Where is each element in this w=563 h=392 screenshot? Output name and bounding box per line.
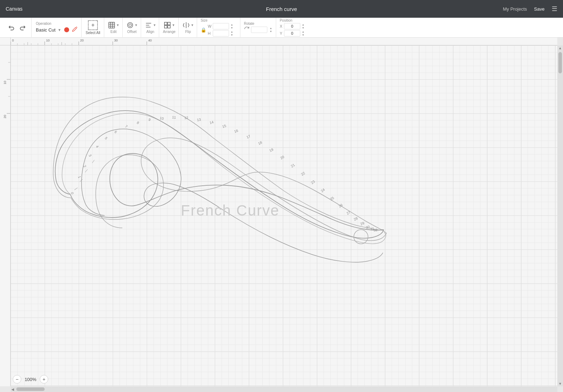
size-height-field: H ▲ ▼ [208, 30, 234, 37]
svg-text:21: 21 [290, 163, 296, 168]
position-y-prefix: Y [280, 31, 283, 35]
app-title: Canvas [6, 6, 22, 12]
scroll-up-arrow[interactable]: ▲ [558, 45, 563, 51]
zoom-controls: − 100% + [13, 375, 48, 383]
zoom-minus-button[interactable]: − [13, 375, 21, 383]
size-width-field: W ▲ ▼ [208, 23, 234, 29]
rotate-up[interactable]: ▲ [269, 27, 273, 30]
zoom-plus-button[interactable]: + [40, 375, 48, 383]
svg-text:3: 3 [88, 154, 93, 158]
operation-select[interactable]: Basic Cut ▼ [36, 26, 78, 33]
french-curve-container[interactable]: 0 1 2 3 4 5 6 7 8 [50, 77, 390, 277]
rotate-down[interactable]: ▼ [269, 30, 273, 33]
svg-text:20: 20 [280, 155, 285, 160]
canvas-grid[interactable]: 0 1 2 3 4 5 6 7 8 [11, 45, 557, 386]
scrollbar-bottom[interactable]: ◀ [11, 386, 557, 392]
svg-text:8: 8 [136, 121, 140, 125]
select-all-icon: + [88, 20, 98, 30]
align-icon: ▼ [145, 21, 156, 29]
align-section[interactable]: ▼ Align [142, 18, 160, 37]
scrollbar-right[interactable]: ▲ ▼ [557, 45, 563, 386]
svg-text:25: 25 [329, 196, 335, 201]
svg-text:32: 32 [373, 228, 378, 232]
svg-text:28: 28 [353, 216, 358, 222]
offset-section[interactable]: ▼ Offset [123, 18, 141, 37]
svg-text:40: 40 [148, 39, 152, 42]
save-button[interactable]: Save [534, 6, 545, 12]
svg-rect-11 [165, 22, 167, 25]
svg-text:14: 14 [209, 120, 214, 125]
size-h-input[interactable] [213, 30, 229, 37]
undo-button[interactable] [7, 23, 16, 32]
position-x-input[interactable] [284, 23, 300, 29]
ruler-top: 0 10 20 30 40 [11, 38, 557, 45]
svg-text:20: 20 [80, 39, 84, 42]
position-y-input[interactable] [284, 30, 300, 37]
scroll-thumb-horizontal[interactable] [16, 387, 45, 391]
size-section: Size 🔒 W ▲ ▼ H ▲ ▼ [198, 18, 240, 37]
flip-section[interactable]: ▼ Flip [179, 18, 197, 37]
canvas-area[interactable]: 0 10 20 30 40 10 20 [0, 38, 563, 392]
top-bar: Canvas French curve My Projects Save ☰ [0, 0, 563, 18]
align-label: Align [146, 30, 154, 34]
rotate-spinners: ▲ ▼ [269, 27, 273, 33]
arrange-section[interactable]: ▼ Arrange [160, 18, 179, 37]
svg-text:10: 10 [160, 116, 165, 121]
align-arrow: ▼ [153, 23, 156, 27]
size-w-input[interactable] [213, 23, 229, 29]
flip-icon: ▼ [182, 21, 194, 29]
select-all-section[interactable]: + Select All [82, 18, 104, 37]
operation-label: Operation [36, 22, 51, 26]
svg-text:18: 18 [257, 140, 263, 146]
operation-dropdown-arrow: ▼ [58, 28, 61, 32]
size-h-prefix: H [208, 31, 212, 35]
svg-rect-12 [168, 22, 170, 25]
position-x-down[interactable]: ▼ [301, 26, 305, 29]
svg-text:24: 24 [320, 187, 326, 193]
size-w-down[interactable]: ▼ [230, 26, 234, 29]
svg-point-42 [354, 230, 368, 244]
svg-point-7 [129, 24, 131, 26]
arrange-label: Arrange [163, 30, 175, 34]
operation-value: Basic Cut [36, 27, 56, 33]
size-h-down[interactable]: ▼ [230, 33, 234, 37]
offset-label: Offset [127, 30, 137, 34]
svg-text:29: 29 [360, 221, 365, 226]
offset-icon: ▼ [126, 21, 138, 29]
scroll-left-arrow[interactable]: ◀ [11, 387, 15, 392]
scroll-thumb-vertical[interactable] [558, 52, 562, 73]
svg-text:17: 17 [246, 134, 251, 139]
svg-text:26: 26 [338, 203, 344, 208]
toolbar: Operation Basic Cut ▼ + Select All ▼ Edi… [0, 18, 563, 38]
size-label: Size [201, 18, 207, 22]
scroll-down-arrow[interactable]: ▼ [558, 381, 563, 386]
operation-section: Operation Basic Cut ▼ [32, 18, 82, 37]
position-y-spinners: ▲ ▼ [301, 30, 305, 37]
offset-arrow: ▼ [135, 23, 138, 27]
svg-text:1: 1 [77, 175, 82, 179]
rotate-icon [244, 26, 250, 33]
position-x-spinners: ▲ ▼ [301, 23, 305, 29]
position-x-up[interactable]: ▲ [301, 23, 305, 26]
svg-text:23: 23 [310, 179, 316, 185]
flip-arrow: ▼ [191, 23, 194, 27]
svg-text:0: 0 [70, 192, 74, 195]
redo-button[interactable] [18, 23, 27, 32]
french-curve-text: French Curve [181, 202, 279, 219]
position-y-down[interactable]: ▼ [301, 33, 305, 37]
my-projects-link[interactable]: My Projects [503, 6, 527, 12]
position-x-prefix: X [280, 24, 283, 28]
operation-pen-icon [72, 26, 78, 33]
size-h-up[interactable]: ▲ [230, 30, 234, 33]
edit-icon: ▼ [108, 21, 119, 29]
arrange-icon: ▼ [163, 21, 175, 29]
svg-line-77 [79, 179, 83, 182]
edit-section[interactable]: ▼ Edit [105, 18, 123, 37]
menu-icon[interactable]: ☰ [552, 5, 557, 13]
size-w-spinners: ▲ ▼ [230, 23, 234, 29]
position-y-up[interactable]: ▲ [301, 30, 305, 33]
size-w-up[interactable]: ▲ [230, 23, 234, 26]
rotate-input[interactable] [251, 27, 267, 33]
svg-text:5: 5 [104, 136, 108, 140]
flip-label: Flip [185, 30, 191, 34]
